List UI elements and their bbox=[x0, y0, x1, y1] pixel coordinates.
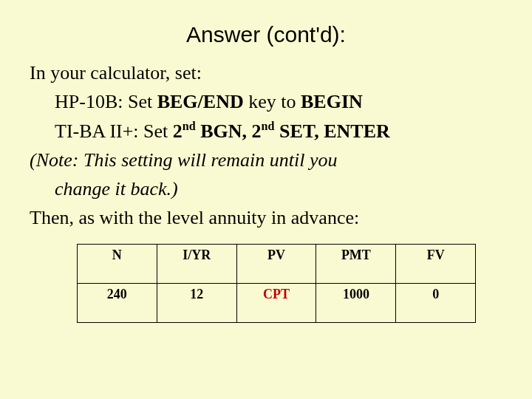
slide-title: Answer (cont'd): bbox=[30, 22, 502, 47]
calc-table-head: N I/YR PV PMT FV bbox=[78, 244, 476, 283]
hp-val: BEGIN bbox=[301, 91, 363, 112]
ti-ord2: nd bbox=[262, 120, 275, 132]
ti-k1a: 2 bbox=[173, 120, 183, 142]
calc-table-wrap: N I/YR PV PMT FV 240 12 CPT 1000 0 bbox=[77, 244, 502, 323]
then-line: Then, as with the level annuity in advan… bbox=[30, 205, 502, 230]
note-line2: change it back.) bbox=[30, 177, 502, 201]
cell-pv: CPT bbox=[236, 283, 316, 322]
cell-pmt: 1000 bbox=[316, 283, 396, 322]
hp-key: BEG/END bbox=[157, 91, 244, 112]
slide: Answer (cont'd): In your calculator, set… bbox=[0, 0, 532, 399]
ti-k1e: SET, ENTER bbox=[275, 120, 390, 142]
col-pmt: PMT bbox=[316, 244, 396, 283]
ti-ord1: nd bbox=[183, 120, 196, 132]
calc-table-body: 240 12 CPT 1000 0 bbox=[78, 283, 476, 322]
lead-line: In your calculator, set: bbox=[30, 61, 502, 85]
col-iyr: I/YR bbox=[157, 244, 236, 283]
table-header-row: N I/YR PV PMT FV bbox=[78, 244, 476, 283]
col-n: N bbox=[78, 244, 157, 283]
hp-mid: key to bbox=[244, 91, 301, 112]
col-pv: PV bbox=[236, 244, 316, 283]
cell-n: 240 bbox=[78, 283, 157, 322]
ti-k1c: BGN, 2 bbox=[196, 120, 262, 142]
ti-line: TI-BA II+: Set 2nd BGN, 2nd SET, ENTER bbox=[30, 119, 502, 143]
note-line1: (Note: This setting will remain until yo… bbox=[30, 148, 502, 172]
hp-label: HP-10B: Set bbox=[55, 91, 157, 112]
cell-iyr: 12 bbox=[157, 283, 236, 322]
hp-line: HP-10B: Set BEG/END key to BEGIN bbox=[30, 89, 502, 114]
slide-body: In your calculator, set: HP-10B: Set BEG… bbox=[30, 61, 502, 231]
col-fv: FV bbox=[396, 244, 476, 283]
ti-label: TI-BA II+: Set bbox=[55, 120, 173, 142]
cell-fv: 0 bbox=[396, 283, 476, 322]
calc-table: N I/YR PV PMT FV 240 12 CPT 1000 0 bbox=[77, 244, 476, 323]
table-row: 240 12 CPT 1000 0 bbox=[78, 283, 476, 322]
